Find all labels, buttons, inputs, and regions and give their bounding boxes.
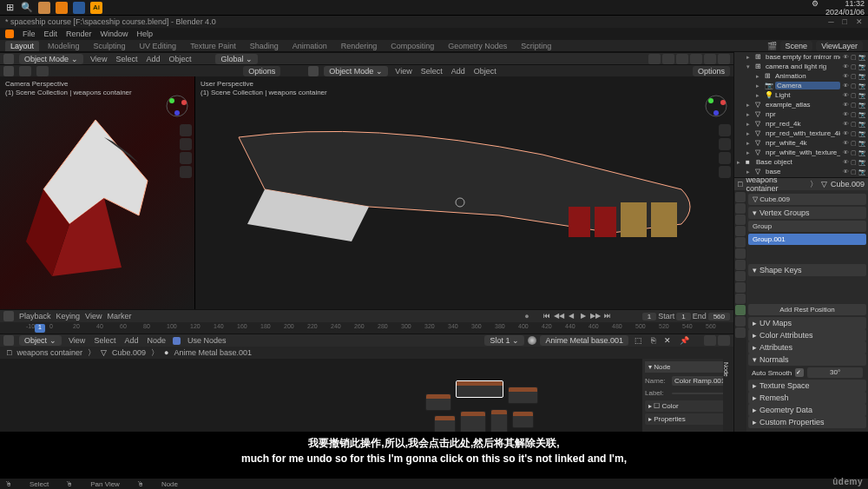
vp-menu-add[interactable]: Add [144, 55, 161, 63]
play-rev-icon[interactable]: ◀ [566, 312, 576, 320]
editor-type-icon-3[interactable] [308, 66, 319, 76]
vp-options-left[interactable]: Options [243, 66, 280, 76]
shape-keys-header[interactable]: ▾ Shape Keys [748, 264, 866, 276]
tab-layout[interactable]: Layout [5, 41, 39, 51]
menu-help[interactable]: Help [137, 30, 154, 38]
tl-playback[interactable]: Playback [19, 312, 51, 320]
nav-gizmo-right[interactable] [704, 94, 728, 118]
outliner-row[interactable]: ▸⊞Animation👁▢📷 [734, 71, 868, 81]
geomdata-header[interactable]: ▸ Geometry Data [748, 404, 866, 416]
ne-node[interactable]: Node [145, 336, 168, 345]
vp-menu-select[interactable]: Select [114, 55, 139, 63]
persp-tool[interactable] [180, 166, 192, 178]
node-canvas[interactable]: ▾ Node Name: Color Ramp.001 Label: ▸ ☐ C… [0, 359, 733, 432]
sb-properties-panel[interactable]: ▸ Properties [645, 413, 731, 425]
sb-name-value[interactable]: Color Ramp.001 [672, 376, 731, 386]
xray-toggle[interactable] [662, 54, 674, 64]
tab-rendering[interactable]: Rendering [336, 41, 383, 51]
tl-view[interactable]: View [85, 312, 102, 320]
menu-window[interactable]: Window [101, 30, 128, 38]
vp2-menu-view[interactable]: View [393, 67, 413, 76]
autokey-icon[interactable]: ● [524, 312, 529, 320]
props-tab-render[interactable] [735, 192, 746, 202]
tab-scripting[interactable]: Scripting [516, 41, 556, 51]
pan-tool-r[interactable] [719, 138, 731, 150]
end-frame[interactable]: 560 [708, 313, 730, 320]
autosmooth-check[interactable] [795, 368, 804, 377]
editor-type-icon[interactable] [3, 54, 14, 64]
camera-tool-r[interactable] [719, 152, 731, 164]
editor-type-icon-2[interactable] [3, 66, 14, 76]
maximize-icon[interactable]: □ [843, 17, 847, 26]
vp-options-right[interactable]: Options [693, 66, 730, 76]
props-tab-material[interactable] [735, 316, 746, 327]
tl-keying[interactable]: Keying [56, 312, 81, 320]
slot-selector[interactable]: Slot 1 ⌄ [484, 335, 524, 346]
outliner-row[interactable]: ▾⊞camera and light rig👁▢📷 [734, 62, 868, 71]
tab-compositing[interactable]: Compositing [385, 41, 439, 51]
outliner-row[interactable]: ▸▽npr_red_4k👁▢📷 [734, 119, 868, 129]
menu-file[interactable]: File [23, 30, 36, 38]
windows-start-icon[interactable]: ⊞ [3, 2, 16, 14]
attr-header[interactable]: ▸ Attributes [748, 341, 866, 354]
app-chrome-icon[interactable] [38, 2, 50, 14]
add-rest-button[interactable]: Add Rest Position [748, 304, 866, 315]
outliner-row[interactable]: ▸⊞base empty for mirror modifie👁▢📷 [734, 52, 868, 62]
props-tab-viewlayer[interactable] [735, 215, 746, 225]
tab-shading[interactable]: Shading [245, 41, 284, 51]
scene-selector[interactable]: Scene [780, 41, 813, 51]
vp-menu-object[interactable]: Object [167, 55, 193, 63]
tab-texture[interactable]: Texture Paint [185, 41, 241, 51]
sb-label-value[interactable] [672, 393, 731, 394]
select-tool[interactable] [19, 66, 31, 76]
vp2-menu-object[interactable]: Object [472, 67, 498, 76]
outliner-row[interactable]: ▸▽npr_red_with_texture_4k👁▢📷 [734, 129, 868, 138]
start-frame[interactable]: 1 [676, 313, 690, 320]
material-copy-icon[interactable]: ⎘ [648, 336, 658, 345]
ne-mode[interactable]: Object ⌄ [19, 335, 62, 346]
uvmaps-header[interactable]: ▸ UV Maps [748, 317, 866, 329]
remesh-header[interactable]: ▸ Remesh [748, 392, 866, 404]
minimize-icon[interactable]: ─ [828, 17, 833, 26]
customprops-header[interactable]: ▸ Custom Properties [748, 416, 866, 428]
app-illustrator-icon[interactable]: Ai [90, 2, 102, 14]
outliner-row[interactable]: ▸▽npr_white_4k👁▢📷 [734, 138, 868, 148]
ne-tab-node[interactable]: Node [723, 362, 729, 377]
pan-tool[interactable] [180, 138, 192, 150]
ne-overlay[interactable] [704, 335, 716, 346]
props-tab-physics[interactable] [735, 282, 746, 293]
props-tab-modifier[interactable] [735, 260, 746, 270]
timeline-track[interactable]: 1 -1002040608010012014016018020022024026… [0, 322, 733, 334]
shading-solid[interactable] [690, 54, 702, 64]
nav-gizmo-left[interactable] [165, 94, 189, 118]
prev-key-icon[interactable]: ◀◀ [554, 312, 564, 320]
mode-selector[interactable]: Object Mode ⌄ [19, 54, 83, 64]
tab-geonodes[interactable]: Geometry Nodes [443, 41, 512, 51]
viewport-user[interactable]: User Perspective (1) Scene Collection | … [195, 76, 733, 309]
normals-header[interactable]: ▾ Normals [748, 354, 866, 366]
shader-editor-icon[interactable] [3, 335, 14, 346]
next-key-icon[interactable]: ▶▶ [590, 312, 601, 320]
props-tab-scene[interactable] [735, 226, 746, 236]
app-photoshop-icon[interactable] [73, 2, 85, 14]
props-crumb-cube[interactable]: Cube.009 [831, 180, 865, 188]
mode-selector-2[interactable]: Object Mode ⌄ [324, 66, 388, 76]
vp2-menu-select[interactable]: Select [419, 67, 444, 76]
props-tab-texture[interactable] [735, 327, 746, 338]
viewport-camera[interactable]: Camera Perspective (1) Scene Collection … [0, 76, 195, 309]
material-unlink-icon[interactable]: ✕ [661, 336, 674, 345]
playhead[interactable]: 1 [35, 324, 45, 333]
material-selector[interactable]: Anime Metal base.001 [540, 335, 628, 346]
tab-modeling[interactable]: Modeling [43, 41, 85, 51]
camera-tool[interactable] [180, 152, 192, 164]
app-blender-icon[interactable] [56, 2, 68, 14]
material-pin-icon[interactable]: 📌 [677, 336, 692, 345]
current-frame[interactable]: 1 [642, 313, 656, 320]
menu-render[interactable]: Render [66, 30, 92, 38]
vp2-menu-add[interactable]: Add [450, 67, 467, 76]
sb-color-panel[interactable]: ▸ ☐ Color [645, 400, 731, 412]
cursor-tool[interactable] [36, 66, 49, 76]
crumb-material[interactable]: Anime Metal base.001 [174, 348, 252, 357]
crumb-cube[interactable]: Cube.009 [112, 348, 146, 357]
autosmooth-angle[interactable]: 30° [807, 367, 863, 378]
